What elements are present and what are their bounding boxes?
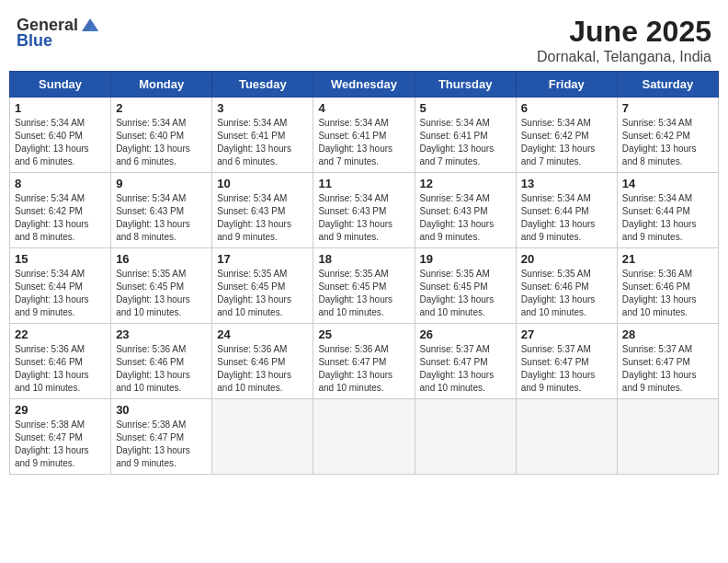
title-block: June 2025 Dornakal, Telangana, India — [537, 15, 711, 65]
day-detail-18: Sunrise: 5:35 AMSunset: 6:45 PMDaylight:… — [318, 269, 392, 317]
month-year-title: June 2025 — [537, 15, 711, 49]
day-cell-6: 6 Sunrise: 5:34 AMSunset: 6:42 PMDayligh… — [516, 98, 617, 173]
calendar-week-5: 29 Sunrise: 5:38 AMSunset: 6:47 PMDaylig… — [10, 399, 719, 475]
day-number-13: 13 — [521, 177, 612, 190]
day-detail-14: Sunrise: 5:34 AMSunset: 6:44 PMDaylight:… — [622, 193, 697, 242]
day-cell-19: 19 Sunrise: 5:35 AMSunset: 6:45 PMDaylig… — [415, 248, 516, 324]
header-saturday: Saturday — [617, 72, 718, 98]
day-number-11: 11 — [318, 177, 409, 190]
day-detail-2: Sunrise: 5:34 AMSunset: 6:40 PMDaylight:… — [116, 118, 190, 167]
day-cell-12: 12 Sunrise: 5:34 AMSunset: 6:43 PMDaylig… — [415, 173, 516, 248]
day-cell-24: 24 Sunrise: 5:36 AMSunset: 6:46 PMDaylig… — [212, 324, 313, 399]
day-detail-22: Sunrise: 5:36 AMSunset: 6:46 PMDaylight:… — [15, 344, 89, 393]
header-thursday: Thursday — [415, 72, 516, 98]
day-detail-3: Sunrise: 5:34 AMSunset: 6:41 PMDaylight:… — [217, 118, 291, 167]
logo: General Blue — [17, 15, 100, 51]
logo-icon — [80, 15, 100, 35]
day-detail-8: Sunrise: 5:34 AMSunset: 6:42 PMDaylight:… — [15, 193, 89, 242]
page-header: General Blue June 2025 Dornakal, Telanga… — [9, 9, 719, 65]
day-cell-11: 11 Sunrise: 5:34 AMSunset: 6:43 PMDaylig… — [313, 173, 415, 248]
day-detail-21: Sunrise: 5:36 AMSunset: 6:46 PMDaylight:… — [622, 269, 697, 317]
calendar-week-4: 22 Sunrise: 5:36 AMSunset: 6:46 PMDaylig… — [10, 324, 719, 399]
day-cell-20: 20 Sunrise: 5:35 AMSunset: 6:46 PMDaylig… — [516, 248, 617, 324]
calendar-week-3: 15 Sunrise: 5:34 AMSunset: 6:44 PMDaylig… — [10, 248, 719, 324]
day-cell-26: 26 Sunrise: 5:37 AMSunset: 6:47 PMDaylig… — [415, 324, 516, 399]
day-number-30: 30 — [116, 403, 207, 417]
day-cell-13: 13 Sunrise: 5:34 AMSunset: 6:44 PMDaylig… — [516, 173, 617, 248]
header-monday: Monday — [111, 72, 212, 98]
empty-cell — [516, 399, 617, 475]
header-friday: Friday — [516, 72, 617, 98]
day-number-9: 9 — [116, 177, 207, 190]
day-number-28: 28 — [622, 327, 713, 341]
day-number-20: 20 — [521, 252, 612, 266]
day-detail-11: Sunrise: 5:34 AMSunset: 6:43 PMDaylight:… — [318, 193, 392, 242]
day-number-16: 16 — [116, 252, 207, 266]
day-detail-23: Sunrise: 5:36 AMSunset: 6:46 PMDaylight:… — [116, 344, 190, 393]
calendar-table: Sunday Monday Tuesday Wednesday Thursday… — [9, 71, 719, 475]
day-number-22: 22 — [15, 327, 106, 341]
day-cell-28: 28 Sunrise: 5:37 AMSunset: 6:47 PMDaylig… — [617, 324, 718, 399]
day-detail-6: Sunrise: 5:34 AMSunset: 6:42 PMDaylight:… — [521, 118, 596, 167]
day-number-6: 6 — [521, 101, 612, 115]
day-cell-7: 7 Sunrise: 5:34 AMSunset: 6:42 PMDayligh… — [617, 98, 718, 173]
day-detail-27: Sunrise: 5:37 AMSunset: 6:47 PMDaylight:… — [521, 344, 596, 393]
logo-blue-text: Blue — [17, 31, 52, 51]
day-cell-8: 8 Sunrise: 5:34 AMSunset: 6:42 PMDayligh… — [10, 173, 111, 248]
day-cell-16: 16 Sunrise: 5:35 AMSunset: 6:45 PMDaylig… — [111, 248, 212, 324]
day-number-8: 8 — [15, 177, 106, 190]
day-detail-10: Sunrise: 5:34 AMSunset: 6:43 PMDaylight:… — [217, 193, 291, 242]
day-cell-30: 30 Sunrise: 5:38 AMSunset: 6:47 PMDaylig… — [111, 399, 212, 475]
day-detail-29: Sunrise: 5:38 AMSunset: 6:47 PMDaylight:… — [15, 419, 89, 468]
day-cell-23: 23 Sunrise: 5:36 AMSunset: 6:46 PMDaylig… — [111, 324, 212, 399]
day-number-21: 21 — [622, 252, 713, 266]
day-number-18: 18 — [318, 252, 409, 266]
day-cell-10: 10 Sunrise: 5:34 AMSunset: 6:43 PMDaylig… — [212, 173, 313, 248]
day-number-7: 7 — [622, 101, 713, 115]
empty-cell — [617, 399, 718, 475]
day-cell-18: 18 Sunrise: 5:35 AMSunset: 6:45 PMDaylig… — [313, 248, 415, 324]
day-number-1: 1 — [15, 101, 106, 115]
day-cell-3: 3 Sunrise: 5:34 AMSunset: 6:41 PMDayligh… — [212, 98, 313, 173]
day-detail-7: Sunrise: 5:34 AMSunset: 6:42 PMDaylight:… — [622, 118, 697, 167]
day-number-3: 3 — [217, 101, 308, 115]
day-number-17: 17 — [217, 252, 308, 266]
header-wednesday: Wednesday — [313, 72, 415, 98]
day-cell-21: 21 Sunrise: 5:36 AMSunset: 6:46 PMDaylig… — [617, 248, 718, 324]
day-number-26: 26 — [420, 327, 511, 341]
weekday-header-row: Sunday Monday Tuesday Wednesday Thursday… — [10, 72, 719, 98]
day-number-27: 27 — [521, 327, 612, 341]
day-detail-17: Sunrise: 5:35 AMSunset: 6:45 PMDaylight:… — [217, 269, 291, 317]
day-detail-28: Sunrise: 5:37 AMSunset: 6:47 PMDaylight:… — [622, 344, 697, 393]
day-detail-25: Sunrise: 5:36 AMSunset: 6:47 PMDaylight:… — [318, 344, 392, 393]
day-number-23: 23 — [116, 327, 207, 341]
day-detail-26: Sunrise: 5:37 AMSunset: 6:47 PMDaylight:… — [420, 344, 495, 393]
day-detail-16: Sunrise: 5:35 AMSunset: 6:45 PMDaylight:… — [116, 269, 190, 317]
day-number-15: 15 — [15, 252, 106, 266]
day-number-14: 14 — [622, 177, 713, 190]
day-number-5: 5 — [420, 101, 511, 115]
day-number-12: 12 — [420, 177, 511, 190]
calendar-week-2: 8 Sunrise: 5:34 AMSunset: 6:42 PMDayligh… — [10, 173, 719, 248]
day-detail-5: Sunrise: 5:34 AMSunset: 6:41 PMDaylight:… — [420, 118, 495, 167]
day-detail-13: Sunrise: 5:34 AMSunset: 6:44 PMDaylight:… — [521, 193, 596, 242]
day-detail-12: Sunrise: 5:34 AMSunset: 6:43 PMDaylight:… — [420, 193, 495, 242]
day-cell-2: 2 Sunrise: 5:34 AMSunset: 6:40 PMDayligh… — [111, 98, 212, 173]
calendar-week-1: 1 Sunrise: 5:34 AMSunset: 6:40 PMDayligh… — [10, 98, 719, 173]
day-detail-9: Sunrise: 5:34 AMSunset: 6:43 PMDaylight:… — [116, 193, 190, 242]
day-detail-15: Sunrise: 5:34 AMSunset: 6:44 PMDaylight:… — [15, 269, 89, 317]
day-number-2: 2 — [116, 101, 207, 115]
day-detail-19: Sunrise: 5:35 AMSunset: 6:45 PMDaylight:… — [420, 269, 495, 317]
day-cell-22: 22 Sunrise: 5:36 AMSunset: 6:46 PMDaylig… — [10, 324, 111, 399]
day-cell-5: 5 Sunrise: 5:34 AMSunset: 6:41 PMDayligh… — [415, 98, 516, 173]
day-number-4: 4 — [318, 101, 409, 115]
day-number-24: 24 — [217, 327, 308, 341]
day-number-19: 19 — [420, 252, 511, 266]
day-cell-14: 14 Sunrise: 5:34 AMSunset: 6:44 PMDaylig… — [617, 173, 718, 248]
day-detail-24: Sunrise: 5:36 AMSunset: 6:46 PMDaylight:… — [217, 344, 291, 393]
day-cell-1: 1 Sunrise: 5:34 AMSunset: 6:40 PMDayligh… — [10, 98, 111, 173]
empty-cell — [415, 399, 516, 475]
day-number-29: 29 — [15, 403, 106, 417]
location-text: Dornakal, Telangana, India — [537, 49, 711, 65]
day-cell-25: 25 Sunrise: 5:36 AMSunset: 6:47 PMDaylig… — [313, 324, 415, 399]
